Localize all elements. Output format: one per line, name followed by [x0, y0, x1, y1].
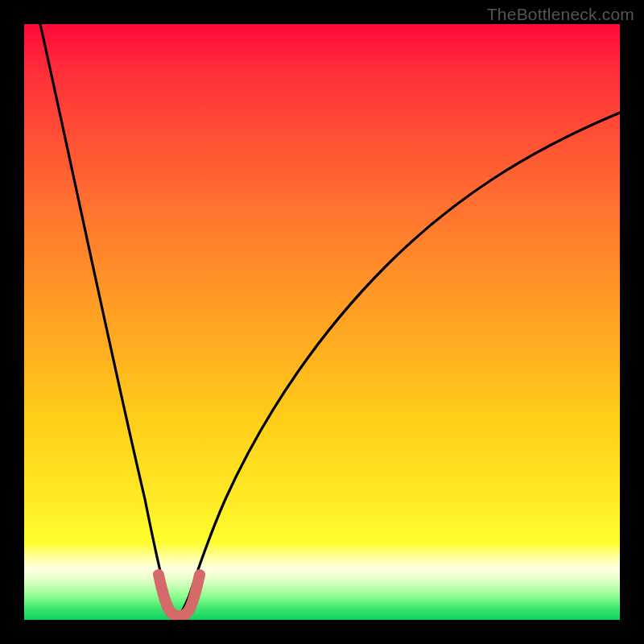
trough-marker [159, 575, 200, 616]
watermark-text: TheBottleneck.com [487, 5, 634, 24]
bottleneck-curve-path [40, 24, 620, 613]
bottleneck-curve-svg [24, 24, 620, 620]
chart-plot-area [24, 24, 620, 620]
